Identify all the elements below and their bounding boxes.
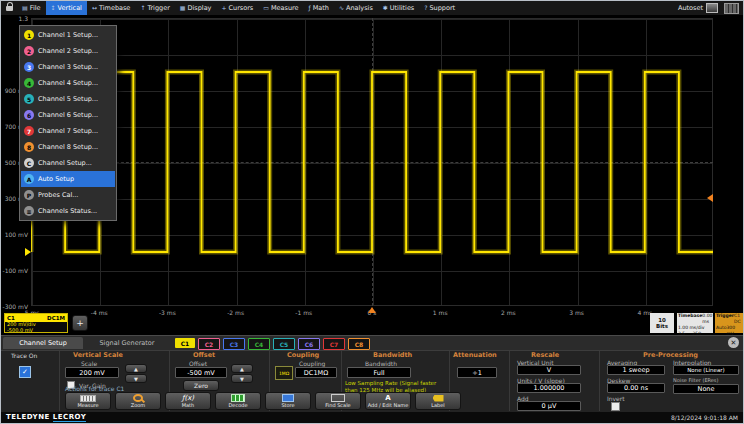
tab-signal-generator[interactable]: Signal Generator [85,337,169,349]
channel-chip-c2[interactable]: C2 [198,338,220,350]
math-icon: ƒ [309,5,311,11]
oscilloscope-app: ▤File↕Vertical↔Timebase↑Trigger▦Display+… [0,0,744,424]
scale-input[interactable]: 200 mV [65,367,119,378]
trigger-time-marker[interactable] [368,307,376,313]
divider [509,351,510,411]
divider [599,351,600,411]
channel-chip-c5[interactable]: C5 [273,338,295,350]
noise-filter-select[interactable]: None [673,384,739,394]
menu-item-math[interactable]: ƒMath [304,1,334,15]
channel-chip-c3[interactable]: C3 [223,338,245,350]
channel-3-icon: 3 [24,62,34,72]
averaging-input[interactable]: 1 sweep [607,365,665,375]
bandwidth-select[interactable]: Full [347,367,411,378]
menu-item-trigger[interactable]: ↑Trigger [135,1,174,15]
probes-cal-icon: P [24,190,34,200]
channel-chip-c6[interactable]: C6 [298,338,320,350]
teledyne-lecroy-logo: TELEDYNE LECROY [6,413,86,422]
invert-label: Invert [607,395,625,402]
zoom-button[interactable]: Zoom [115,392,161,410]
menu-item-label: Trigger [147,4,169,12]
menu-item-channel-1-setup[interactable]: 1Channel 1 Setup... [21,27,115,43]
decode-button[interactable]: Decode [215,392,261,410]
menu-item-channel-3-setup[interactable]: 3Channel 3 Setup... [21,59,115,75]
menu-item-measure[interactable]: ▭Measure [258,1,303,15]
coupling-select[interactable]: DC1MΩ [295,367,337,378]
menu-item-channel-5-setup[interactable]: 5Channel 5 Setup... [21,91,115,107]
vertical-unit-input[interactable]: V [517,365,581,375]
dialog-tab-row: Channel Setup Signal Generator C1C2C3C4C… [1,336,743,351]
menu-item-file[interactable]: ▤File [17,1,46,15]
measure-button[interactable]: Measure [65,392,111,410]
label-button[interactable]: Label [415,392,461,410]
channel-chips: C1C2C3C4C5C6C7C8 [175,338,370,350]
add-trace-button[interactable]: + [72,315,88,331]
close-icon[interactable]: ✕ [728,337,739,348]
add-edit-name-button[interactable]: AAdd / Edit Name [365,392,411,410]
trace-on-checkbox[interactable]: ✓ [19,366,31,378]
timebase-summary-box[interactable]: Timebase0.00 ms 1.00 ms/div 2.5 MS250 MS… [677,313,713,333]
interpolation-select[interactable]: None (Linear) [673,365,739,375]
c1-zero-level-marker[interactable] [25,248,31,256]
screens-icon[interactable] [724,3,739,14]
menu-item-channel-6-setup[interactable]: 6Channel 6 Setup... [21,107,115,123]
vertical-scale-header: Vertical Scale [73,351,123,359]
deskew-input[interactable]: 0.00 ns [607,383,665,393]
menu-item-analysis[interactable]: ∿Analysis [334,1,378,15]
offset-input[interactable]: -500 mV [175,367,227,378]
add-input[interactable]: 0 μV [517,401,581,411]
menu-item-channel-8-setup[interactable]: 8Channel 8 Setup... [21,139,115,155]
menu-item-label: Analysis [346,4,373,12]
trigger-summary-box[interactable]: TriggerC1 DC Auto300 mV EdgePositive [715,313,743,333]
menu-item-label: Channel 8 Setup... [38,143,98,151]
action-button-label: Store [281,403,294,408]
menu-item-display[interactable]: ▦Display [175,1,217,15]
invert-checkbox[interactable] [611,402,620,411]
lock-icon[interactable] [6,6,13,11]
attenuation-select[interactable]: ÷1 [457,367,497,378]
x-axis-label: -2 ms [222,309,250,316]
menu-item-channel-4-setup[interactable]: 4Channel 4 Setup... [21,75,115,91]
menu-item-support[interactable]: ?Support [419,1,460,15]
menu-item-channel-setup[interactable]: CChannel Setup... [21,155,115,171]
menu-item-channel-2-setup[interactable]: 2Channel 2 Setup... [21,43,115,59]
menu-item-label: Vertical [58,4,82,12]
store-button[interactable]: Store [265,392,311,410]
menu-item-timebase[interactable]: ↔Timebase [87,1,135,15]
zero-button[interactable]: Zero [183,380,219,391]
offset-down-button[interactable] [231,374,253,383]
find-scale-button[interactable]: Find Scale [315,392,361,410]
menu-item-channel-7-setup[interactable]: 7Channel 7 Setup... [21,123,115,139]
c1-descriptor-box[interactable]: C1 DC1M 200 mV/div -500.0 mV [4,313,68,333]
channel-chip-c8[interactable]: C8 [348,338,370,350]
menu-item-auto-setup[interactable]: AAuto Setup [21,171,115,187]
channel-chip-c4[interactable]: C4 [248,338,270,350]
menu-item-utilities[interactable]: ✱Utilities [378,1,420,15]
trigger-level-marker[interactable] [707,194,713,202]
math-button[interactable]: ƒ(x)Math [165,392,211,410]
channel-chip-c7[interactable]: C7 [323,338,345,350]
menu-item-channels-status[interactable]: ≡Channels Status... [21,203,115,219]
actions-header: Actions for trace C1 [65,385,124,392]
offset-up-button[interactable] [231,364,253,373]
scale-down-button[interactable] [125,374,147,383]
y-axis-label: 1.3 [2,15,28,22]
cursors-icon: + [221,5,226,11]
menu-item-label: Support [429,4,455,12]
channel-chip-c1[interactable]: C1 [175,338,195,348]
scale-up-button[interactable] [125,364,147,373]
channel-8-icon: 8 [24,142,34,152]
menu-item-label: Channel 5 Setup... [38,95,98,103]
menu-item-label: Channel Setup... [38,159,92,167]
divider [59,351,60,411]
menu-bar-right: Autoset [678,3,743,14]
tab-channel-setup[interactable]: Channel Setup [3,337,83,349]
autoset-button[interactable]: Autoset [678,3,718,13]
slope-input[interactable]: 1.000000 [517,383,581,393]
c1-coupling: DC1M [47,315,65,321]
menu-item-vertical[interactable]: ↕Vertical [46,1,87,15]
timebase-title: Timebase [678,313,702,325]
bandwidth-header: Bandwidth [373,351,412,359]
menu-item-probes-cal[interactable]: PProbes Cal... [21,187,115,203]
menu-item-cursors[interactable]: +Cursors [216,1,258,15]
